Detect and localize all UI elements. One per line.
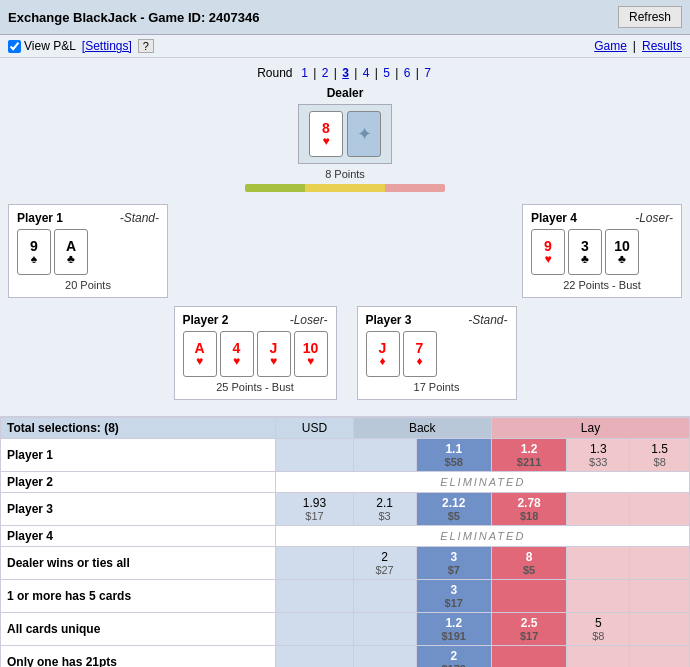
dealer-card-1: 8 ♥ <box>309 111 343 157</box>
table-row: Player 31.93$172.1$32.12$52.78$18 <box>1 493 690 526</box>
bet-cell[interactable] <box>567 547 630 580</box>
player4-status: -Loser- <box>635 211 673 225</box>
bet-cell[interactable] <box>353 580 416 613</box>
sub-header-right: Game | Results <box>594 39 682 53</box>
bet-cell[interactable]: 1.2$191 <box>416 613 491 646</box>
view-pnl-label: View P&L <box>24 39 76 53</box>
bet-cell[interactable]: 3$17 <box>416 580 491 613</box>
player4-label: Player 4 <box>531 211 577 225</box>
player3-cards: J ♦ 7 ♦ <box>366 331 508 377</box>
round-6[interactable]: 6 <box>404 66 411 80</box>
table-row: Player 11.1$581.2$2111.3$331.5$8 <box>1 439 690 472</box>
round-label: Round <box>257 66 292 80</box>
total-selections-header: Total selections: (8) <box>1 418 276 439</box>
bet-cell[interactable]: 1.93$17 <box>276 493 353 526</box>
view-pnl-checkbox[interactable]: View P&L <box>8 39 76 53</box>
bet-cell[interactable]: 1.2$211 <box>491 439 566 472</box>
bet-cell[interactable]: 1.3$33 <box>567 439 630 472</box>
view-pnl-input[interactable] <box>8 40 21 53</box>
bet-cell[interactable] <box>630 646 690 668</box>
bet-cell[interactable] <box>353 439 416 472</box>
bet-cell[interactable] <box>276 646 353 668</box>
round-7[interactable]: 7 <box>424 66 431 80</box>
bet-cell[interactable] <box>567 493 630 526</box>
player1-label: Player 1 <box>17 211 63 225</box>
table-row: Dealer wins or ties all2$273$78$5 <box>1 547 690 580</box>
bet-cell[interactable] <box>630 613 690 646</box>
round-5[interactable]: 5 <box>383 66 390 80</box>
bet-cell[interactable] <box>276 439 353 472</box>
bet-cell[interactable] <box>353 613 416 646</box>
player2-card-1: A ♥ <box>183 331 217 377</box>
player4-points: 22 Points - Bust <box>531 279 673 291</box>
player1-card-1: 9 ♠ <box>17 229 51 275</box>
row-label: Player 3 <box>1 493 276 526</box>
game-area: Round 1 | 2 | 3 | 4 | 5 | 6 | 7 Dealer 8… <box>0 58 690 417</box>
player4-card-3: 10 ♣ <box>605 229 639 275</box>
round-3[interactable]: 3 <box>342 66 349 80</box>
round-2[interactable]: 2 <box>322 66 329 80</box>
bet-cell[interactable]: 2.12$5 <box>416 493 491 526</box>
betting-table: Total selections: (8) USD Back Lay Playe… <box>0 417 690 667</box>
bet-cell[interactable] <box>630 493 690 526</box>
bet-cell[interactable]: 1.1$58 <box>416 439 491 472</box>
betting-body: Player 11.1$581.2$2111.3$331.5$8Player 2… <box>1 439 690 668</box>
refresh-button[interactable]: Refresh <box>618 6 682 28</box>
bet-cell[interactable]: 1.5$8 <box>630 439 690 472</box>
bet-cell[interactable]: 8$5 <box>491 547 566 580</box>
player1-card-2: A ♣ <box>54 229 88 275</box>
nav-separator: | <box>633 39 636 53</box>
round-1[interactable]: 1 <box>301 66 308 80</box>
bet-cell[interactable] <box>567 646 630 668</box>
app-title: Exchange BlackJack - Game ID: 2407346 <box>8 10 259 25</box>
bet-cell[interactable] <box>491 580 566 613</box>
player3-points: 17 Points <box>366 381 508 393</box>
players-row-bottom: Player 2 -Loser- A ♥ 4 ♥ J ♥ 10 ♥ <box>8 306 682 400</box>
results-link[interactable]: Results <box>642 39 682 53</box>
progress-green <box>245 184 305 192</box>
bet-cell[interactable]: 2.78$18 <box>491 493 566 526</box>
bet-cell[interactable]: 2.5$17 <box>491 613 566 646</box>
bet-cell[interactable] <box>630 547 690 580</box>
dealer-points: 8 Points <box>325 168 365 180</box>
bet-cell[interactable] <box>276 580 353 613</box>
players-row-top: Player 1 -Stand- 9 ♠ A ♣ 20 Points Playe… <box>8 204 682 298</box>
card-rank: 4 <box>233 341 241 355</box>
card-rank: 10 <box>303 341 319 355</box>
card-rank: 9 <box>30 239 38 253</box>
lay-header: Lay <box>491 418 689 439</box>
bet-cell[interactable]: 5$8 <box>567 613 630 646</box>
bet-cell[interactable]: 2$27 <box>353 547 416 580</box>
sub-header-left: View P&L [Settings] ? <box>8 39 154 53</box>
player4-header: Player 4 -Loser- <box>531 211 673 225</box>
dealer-card-facedown: ✦ <box>347 111 381 157</box>
player2-card-4: 10 ♥ <box>294 331 328 377</box>
usd-header: USD <box>276 418 353 439</box>
bet-cell[interactable] <box>491 646 566 668</box>
player4-box: Player 4 -Loser- 9 ♥ 3 ♣ 10 ♣ 22 Points … <box>522 204 682 298</box>
card-rank: A <box>66 239 76 253</box>
bet-cell[interactable] <box>630 580 690 613</box>
bet-cell[interactable]: 3$7 <box>416 547 491 580</box>
help-button[interactable]: ? <box>138 39 154 53</box>
row-label: Player 2 <box>1 472 276 493</box>
card-rank: A <box>194 341 204 355</box>
bet-cell[interactable]: 2.1$3 <box>353 493 416 526</box>
card-suit: ♦ <box>416 355 422 367</box>
settings-link[interactable]: [Settings] <box>82 39 132 53</box>
bet-cell[interactable] <box>567 580 630 613</box>
bet-cell[interactable] <box>353 646 416 668</box>
bet-cell[interactable] <box>276 613 353 646</box>
player1-header: Player 1 -Stand- <box>17 211 159 225</box>
round-4[interactable]: 4 <box>363 66 370 80</box>
rounds-row: Round 1 | 2 | 3 | 4 | 5 | 6 | 7 <box>8 66 682 80</box>
row-label: 1 or more has 5 cards <box>1 580 276 613</box>
bet-cell[interactable]: 2$172 <box>416 646 491 668</box>
card-suit: ♥ <box>270 355 277 367</box>
player3-label: Player 3 <box>366 313 412 327</box>
player2-label: Player 2 <box>183 313 229 327</box>
game-link[interactable]: Game <box>594 39 627 53</box>
bet-cell[interactable] <box>276 547 353 580</box>
player3-card-2: 7 ♦ <box>403 331 437 377</box>
card-rank: 7 <box>416 341 424 355</box>
